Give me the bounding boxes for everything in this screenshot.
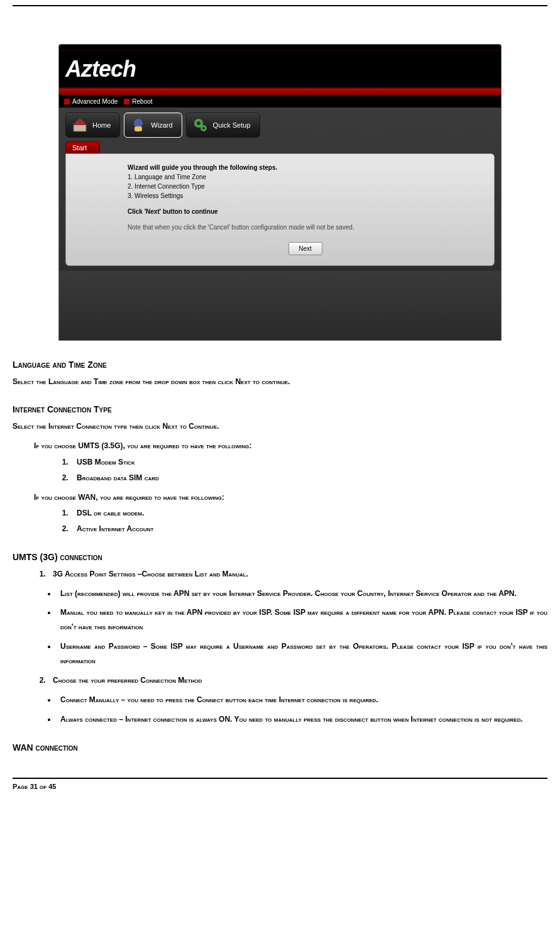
para-wan-req: If you choose WAN, you are required to h… <box>34 492 547 504</box>
list-item: Always connected – Internet connection i… <box>57 712 547 727</box>
nav-wizard[interactable]: Wizard <box>124 113 182 138</box>
para-umts-req: If you choose UMTS (3.5G), you are requi… <box>34 440 547 452</box>
wizard-lead: Wizard will guide you through the follow… <box>128 163 483 172</box>
list-item: Active Internet Account <box>70 523 547 535</box>
router-tab-strip: Start <box>65 141 495 153</box>
svg-point-2 <box>134 119 143 128</box>
square-icon <box>64 99 70 104</box>
heading-ict: Internet Connection Type <box>13 404 547 414</box>
wizard-icon <box>129 116 147 134</box>
router-window: Aztech Advanced Mode Reboot Home Wizard <box>58 44 502 341</box>
svg-point-5 <box>197 121 200 125</box>
square-icon <box>124 99 129 104</box>
nav-home[interactable]: Home <box>65 113 120 138</box>
list-umts3g: 3G Access Point Settings –Choose between… <box>48 568 547 580</box>
tab-start[interactable]: Start <box>65 141 100 153</box>
wizard-note: Note that when you click the 'Cancel' bu… <box>128 223 483 232</box>
list-item: Manual you need to manually key in the A… <box>57 605 547 634</box>
bottom-rule <box>13 778 547 783</box>
bullets-umts3g-1: List (recommended) will provide the APN … <box>57 587 547 668</box>
list-umts3g-2: Choose the your preferred Connection Met… <box>48 675 547 687</box>
svg-point-7 <box>202 127 205 130</box>
nav-wizard-label: Wizard <box>151 121 172 129</box>
svg-marker-1 <box>73 119 87 125</box>
list-item: Connect Manually – you need to press the… <box>57 693 547 707</box>
list-item: USB Modem Stick <box>70 456 547 468</box>
router-footer-fill <box>59 271 501 340</box>
list-item: Broadband data SIM card <box>70 472 547 484</box>
wizard-step-3: 3. Wireless Settings <box>128 191 483 201</box>
list-item: List (recommended) will provide the APN … <box>57 587 547 601</box>
gear-icon <box>192 116 209 134</box>
emph-manual: Manual <box>60 608 84 617</box>
list-wan-req: DSL or cable modem. Active Internet Acco… <box>70 507 547 535</box>
router-banner: Aztech <box>59 45 501 89</box>
emph-list: List <box>60 589 73 598</box>
list-item: Username and Password – Some ISP may req… <box>57 639 547 668</box>
heading-umts3g: UMTS (3G) connection <box>13 552 547 562</box>
wizard-step-2: 2. Internet Connection Type <box>128 182 483 191</box>
toolbar-reboot[interactable]: Reboot <box>124 98 152 105</box>
list-item: Choose the your preferred Connection Met… <box>48 675 547 687</box>
wizard-click: Click 'Next' button to continue <box>128 207 483 216</box>
para-ict: Select the Internet Connection type then… <box>13 421 547 433</box>
wizard-panel: Wizard will guide you through the follow… <box>65 153 495 266</box>
list-umts-req: USB Modem Stick Broadband data SIM card <box>70 456 547 484</box>
nav-quick-label: Quick Setup <box>213 121 251 129</box>
nav-quick-setup[interactable]: Quick Setup <box>186 113 260 138</box>
red-strip <box>59 89 501 95</box>
toolbar-advanced-label: Advanced Mode <box>72 98 118 105</box>
list-item: DSL or cable modem. <box>70 507 547 519</box>
home-icon <box>71 116 89 134</box>
wizard-step-1: 1. Language and Time Zone <box>128 172 483 182</box>
svg-rect-3 <box>135 126 142 131</box>
bullets-umts3g-2: Connect Manually – you need to press the… <box>57 693 547 727</box>
nav-home-label: Home <box>92 121 111 129</box>
router-screenshot: Aztech Advanced Mode Reboot Home Wizard <box>58 44 502 341</box>
list-item: 3G Access Point Settings –Choose between… <box>48 568 547 580</box>
toolbar-advanced[interactable]: Advanced Mode <box>64 98 118 105</box>
router-logo: Aztech <box>65 56 136 82</box>
heading-wan: WAN connection <box>13 742 547 753</box>
para-language: Select the Language and Time zone from t… <box>13 376 547 388</box>
text-list-rest: (recommended) will provide the APN set b… <box>73 589 517 598</box>
top-rule <box>13 5 547 6</box>
toolbar-reboot-label: Reboot <box>132 98 152 105</box>
text-manual-rest: you need to manually key in the APN prov… <box>60 608 547 631</box>
page-number: Page 31 of 45 <box>13 783 547 795</box>
document-body: Language and Time Zone Select the Langua… <box>13 360 547 753</box>
next-button[interactable]: Next <box>288 242 322 255</box>
router-nav: Home Wizard Quick Setup <box>59 108 501 140</box>
router-toolbar: Advanced Mode Reboot <box>59 95 501 108</box>
heading-language: Language and Time Zone <box>13 360 547 370</box>
